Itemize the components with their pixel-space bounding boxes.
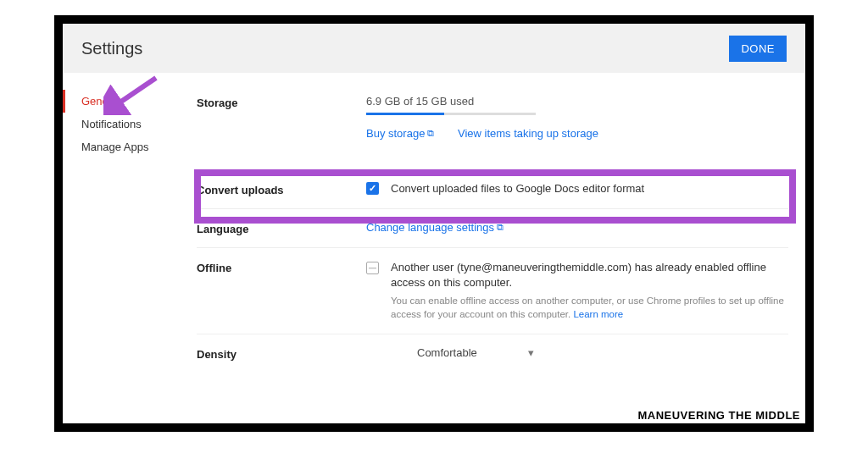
settings-main: Storage 6.9 GB of 15 GB used Buy storage… xyxy=(173,73,805,423)
row-label-offline: Offline xyxy=(197,260,366,274)
density-dropdown[interactable]: Comfortable ▾ xyxy=(366,346,788,359)
dialog-title: Settings xyxy=(81,39,142,58)
sidebar-item-label: Notifications xyxy=(81,118,142,130)
row-convert-uploads: Convert uploads ✓ Convert uploaded files… xyxy=(197,152,788,209)
settings-dialog: Settings DONE General Notifications Mana… xyxy=(54,15,814,432)
view-storage-link[interactable]: View items taking up storage xyxy=(458,127,598,140)
external-link-icon: ⧉ xyxy=(427,128,434,139)
row-offline: Offline Another user (tyne@maneuveringth… xyxy=(197,248,788,334)
done-button[interactable]: DONE xyxy=(729,36,787,62)
row-content-offline: Another user (tyne@maneuveringthemiddle.… xyxy=(366,260,788,322)
chevron-down-icon: ▾ xyxy=(528,346,534,359)
sidebar-item-label: General xyxy=(81,95,120,108)
external-link-icon: ⧉ xyxy=(497,222,504,233)
checkbox-label: Convert uploaded files to Google Docs ed… xyxy=(391,182,644,195)
offline-box: Another user (tyne@maneuveringthemiddle.… xyxy=(366,260,788,322)
row-content-density: Comfortable ▾ xyxy=(366,346,788,359)
storage-progress-bar xyxy=(366,113,536,115)
convert-checkbox-row[interactable]: ✓ Convert uploaded files to Google Docs … xyxy=(366,182,788,195)
row-label-language: Language xyxy=(197,221,366,235)
sidebar-item-label: Manage Apps xyxy=(81,141,149,153)
link-text: Buy storage xyxy=(366,127,425,140)
row-storage: Storage 6.9 GB of 15 GB used Buy storage… xyxy=(197,90,788,152)
row-language: Language Change language settings⧉ xyxy=(197,209,788,248)
offline-main-text: Another user (tyne@maneuveringthemiddle.… xyxy=(391,260,788,290)
storage-links: Buy storage⧉ View items taking up storag… xyxy=(366,127,788,140)
sidebar-item-manage-apps[interactable]: Manage Apps xyxy=(63,135,173,158)
change-language-link[interactable]: Change language settings⧉ xyxy=(366,221,504,234)
buy-storage-link[interactable]: Buy storage⧉ xyxy=(366,127,437,140)
density-value: Comfortable xyxy=(417,346,477,359)
offline-sub-text: You can enable offline access on another… xyxy=(391,294,788,321)
row-content-storage: 6.9 GB of 15 GB used Buy storage⧉ View i… xyxy=(366,95,788,140)
dialog-body: General Notifications Manage Apps Storag… xyxy=(63,73,805,423)
link-text: Change language settings xyxy=(366,221,494,234)
row-content-convert: ✓ Convert uploaded files to Google Docs … xyxy=(366,182,788,195)
row-label-convert: Convert uploads xyxy=(197,182,366,196)
settings-sidebar: General Notifications Manage Apps xyxy=(63,73,173,423)
learn-more-link[interactable]: Learn more xyxy=(573,309,623,319)
row-content-language: Change language settings⧉ xyxy=(366,221,788,234)
sidebar-item-notifications[interactable]: Notifications xyxy=(63,113,173,135)
row-density: Density Comfortable ▾ xyxy=(197,334,788,373)
offline-disabled-icon xyxy=(366,262,379,274)
dialog-header: Settings DONE xyxy=(63,24,805,73)
row-label-density: Density xyxy=(197,346,366,361)
attribution-text: MANEUVERING THE MIDDLE xyxy=(637,409,800,422)
offline-text-block: Another user (tyne@maneuveringthemiddle.… xyxy=(391,260,788,322)
storage-usage-text: 6.9 GB of 15 GB used xyxy=(366,95,788,108)
checkbox-checked-icon[interactable]: ✓ xyxy=(366,182,379,195)
sidebar-item-general[interactable]: General xyxy=(63,90,173,113)
storage-progress-fill xyxy=(366,113,444,115)
row-label-storage: Storage xyxy=(197,95,366,109)
